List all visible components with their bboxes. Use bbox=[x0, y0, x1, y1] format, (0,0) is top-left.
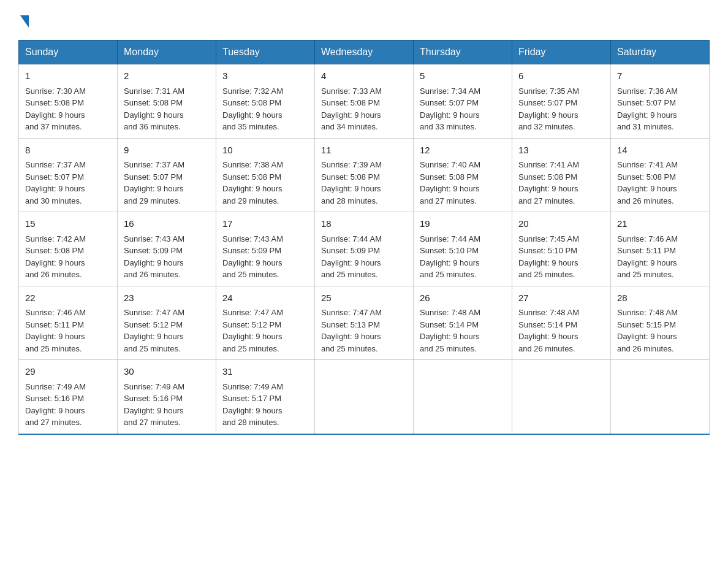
calendar-cell: 21Sunrise: 7:46 AMSunset: 5:11 PMDayligh… bbox=[611, 212, 710, 286]
header-wednesday: Wednesday bbox=[315, 40, 414, 64]
day-info: Sunrise: 7:49 AMSunset: 5:17 PMDaylight:… bbox=[222, 381, 308, 429]
day-number: 30 bbox=[124, 365, 210, 379]
calendar-header-row: SundayMondayTuesdayWednesdayThursdayFrid… bbox=[19, 40, 710, 64]
day-number: 21 bbox=[617, 217, 703, 231]
day-info: Sunrise: 7:39 AMSunset: 5:08 PMDaylight:… bbox=[321, 159, 407, 207]
calendar-cell bbox=[512, 360, 611, 434]
day-info: Sunrise: 7:42 AMSunset: 5:08 PMDaylight:… bbox=[25, 233, 111, 281]
calendar-cell: 20Sunrise: 7:45 AMSunset: 5:10 PMDayligh… bbox=[512, 212, 611, 286]
day-number: 23 bbox=[124, 291, 210, 305]
week-row-4: 22Sunrise: 7:46 AMSunset: 5:11 PMDayligh… bbox=[19, 286, 710, 360]
day-info: Sunrise: 7:33 AMSunset: 5:08 PMDaylight:… bbox=[321, 85, 407, 133]
day-number: 8 bbox=[25, 144, 111, 158]
calendar-cell: 1Sunrise: 7:30 AMSunset: 5:08 PMDaylight… bbox=[19, 64, 118, 139]
day-info: Sunrise: 7:30 AMSunset: 5:08 PMDaylight:… bbox=[25, 85, 111, 133]
header-monday: Monday bbox=[118, 40, 216, 64]
logo-arrow-icon bbox=[20, 15, 29, 28]
day-number: 9 bbox=[124, 144, 210, 158]
day-info: Sunrise: 7:37 AMSunset: 5:07 PMDaylight:… bbox=[25, 159, 111, 207]
calendar-cell: 7Sunrise: 7:36 AMSunset: 5:07 PMDaylight… bbox=[611, 64, 710, 139]
calendar-cell: 13Sunrise: 7:41 AMSunset: 5:08 PMDayligh… bbox=[512, 138, 611, 212]
day-number: 7 bbox=[617, 69, 703, 83]
calendar-cell: 11Sunrise: 7:39 AMSunset: 5:08 PMDayligh… bbox=[315, 138, 414, 212]
day-info: Sunrise: 7:35 AMSunset: 5:07 PMDaylight:… bbox=[518, 85, 604, 133]
calendar-cell: 3Sunrise: 7:32 AMSunset: 5:08 PMDaylight… bbox=[216, 64, 315, 139]
week-row-2: 8Sunrise: 7:37 AMSunset: 5:07 PMDaylight… bbox=[19, 138, 710, 212]
week-row-3: 15Sunrise: 7:42 AMSunset: 5:08 PMDayligh… bbox=[19, 212, 710, 286]
day-number: 3 bbox=[222, 69, 308, 83]
calendar-cell: 25Sunrise: 7:47 AMSunset: 5:13 PMDayligh… bbox=[315, 286, 414, 360]
day-info: Sunrise: 7:41 AMSunset: 5:08 PMDaylight:… bbox=[518, 159, 604, 207]
day-info: Sunrise: 7:34 AMSunset: 5:07 PMDaylight:… bbox=[420, 85, 506, 133]
day-number: 6 bbox=[518, 69, 604, 83]
calendar-table: SundayMondayTuesdayWednesdayThursdayFrid… bbox=[18, 40, 710, 435]
day-info: Sunrise: 7:47 AMSunset: 5:13 PMDaylight:… bbox=[321, 307, 407, 354]
day-info: Sunrise: 7:40 AMSunset: 5:08 PMDaylight:… bbox=[420, 159, 506, 207]
day-number: 12 bbox=[420, 144, 506, 158]
day-number: 25 bbox=[321, 291, 407, 305]
day-number: 27 bbox=[518, 291, 604, 305]
day-info: Sunrise: 7:47 AMSunset: 5:12 PMDaylight:… bbox=[222, 307, 308, 354]
day-number: 17 bbox=[222, 217, 308, 231]
day-info: Sunrise: 7:44 AMSunset: 5:09 PMDaylight:… bbox=[321, 233, 407, 281]
calendar-cell: 31Sunrise: 7:49 AMSunset: 5:17 PMDayligh… bbox=[216, 360, 315, 434]
calendar-cell: 4Sunrise: 7:33 AMSunset: 5:08 PMDaylight… bbox=[315, 64, 414, 139]
header-friday: Friday bbox=[512, 40, 611, 64]
week-row-5: 29Sunrise: 7:49 AMSunset: 5:16 PMDayligh… bbox=[19, 360, 710, 434]
day-number: 28 bbox=[617, 291, 703, 305]
day-info: Sunrise: 7:31 AMSunset: 5:08 PMDaylight:… bbox=[124, 85, 210, 133]
day-number: 26 bbox=[420, 291, 506, 305]
calendar-cell: 9Sunrise: 7:37 AMSunset: 5:07 PMDaylight… bbox=[118, 138, 216, 212]
header-saturday: Saturday bbox=[611, 40, 710, 64]
calendar-cell: 28Sunrise: 7:48 AMSunset: 5:15 PMDayligh… bbox=[611, 286, 710, 360]
header-tuesday: Tuesday bbox=[216, 40, 315, 64]
day-info: Sunrise: 7:45 AMSunset: 5:10 PMDaylight:… bbox=[518, 233, 604, 281]
day-info: Sunrise: 7:46 AMSunset: 5:11 PMDaylight:… bbox=[617, 233, 703, 281]
calendar-cell: 14Sunrise: 7:41 AMSunset: 5:08 PMDayligh… bbox=[611, 138, 710, 212]
day-info: Sunrise: 7:43 AMSunset: 5:09 PMDaylight:… bbox=[222, 233, 308, 281]
day-info: Sunrise: 7:49 AMSunset: 5:16 PMDaylight:… bbox=[124, 381, 210, 429]
calendar-cell: 19Sunrise: 7:44 AMSunset: 5:10 PMDayligh… bbox=[414, 212, 512, 286]
calendar-cell: 18Sunrise: 7:44 AMSunset: 5:09 PMDayligh… bbox=[315, 212, 414, 286]
header-sunday: Sunday bbox=[19, 40, 118, 64]
header-thursday: Thursday bbox=[414, 40, 512, 64]
week-row-1: 1Sunrise: 7:30 AMSunset: 5:08 PMDaylight… bbox=[19, 64, 710, 139]
day-number: 20 bbox=[518, 217, 604, 231]
day-info: Sunrise: 7:48 AMSunset: 5:14 PMDaylight:… bbox=[420, 307, 506, 354]
day-info: Sunrise: 7:48 AMSunset: 5:15 PMDaylight:… bbox=[617, 307, 703, 354]
day-number: 13 bbox=[518, 144, 604, 158]
calendar-cell: 2Sunrise: 7:31 AMSunset: 5:08 PMDaylight… bbox=[118, 64, 216, 139]
calendar-cell: 16Sunrise: 7:43 AMSunset: 5:09 PMDayligh… bbox=[118, 212, 216, 286]
calendar-cell: 29Sunrise: 7:49 AMSunset: 5:16 PMDayligh… bbox=[19, 360, 118, 434]
day-number: 1 bbox=[25, 69, 111, 83]
calendar-cell: 10Sunrise: 7:38 AMSunset: 5:08 PMDayligh… bbox=[216, 138, 315, 212]
calendar-cell: 8Sunrise: 7:37 AMSunset: 5:07 PMDaylight… bbox=[19, 138, 118, 212]
day-number: 22 bbox=[25, 291, 111, 305]
day-number: 29 bbox=[25, 365, 111, 379]
day-number: 31 bbox=[222, 365, 308, 379]
day-number: 11 bbox=[321, 144, 407, 158]
calendar-cell: 27Sunrise: 7:48 AMSunset: 5:14 PMDayligh… bbox=[512, 286, 611, 360]
calendar-cell: 5Sunrise: 7:34 AMSunset: 5:07 PMDaylight… bbox=[414, 64, 512, 139]
calendar-cell bbox=[611, 360, 710, 434]
calendar-cell: 26Sunrise: 7:48 AMSunset: 5:14 PMDayligh… bbox=[414, 286, 512, 360]
calendar-cell bbox=[315, 360, 414, 434]
day-info: Sunrise: 7:41 AMSunset: 5:08 PMDaylight:… bbox=[617, 159, 703, 207]
day-info: Sunrise: 7:49 AMSunset: 5:16 PMDaylight:… bbox=[25, 381, 111, 429]
day-number: 5 bbox=[420, 69, 506, 83]
day-info: Sunrise: 7:46 AMSunset: 5:11 PMDaylight:… bbox=[25, 307, 111, 354]
calendar-cell: 6Sunrise: 7:35 AMSunset: 5:07 PMDaylight… bbox=[512, 64, 611, 139]
calendar-cell: 24Sunrise: 7:47 AMSunset: 5:12 PMDayligh… bbox=[216, 286, 315, 360]
day-number: 10 bbox=[222, 144, 308, 158]
day-info: Sunrise: 7:43 AMSunset: 5:09 PMDaylight:… bbox=[124, 233, 210, 281]
day-number: 15 bbox=[25, 217, 111, 231]
calendar-cell: 30Sunrise: 7:49 AMSunset: 5:16 PMDayligh… bbox=[118, 360, 216, 434]
day-number: 4 bbox=[321, 69, 407, 83]
calendar-cell: 15Sunrise: 7:42 AMSunset: 5:08 PMDayligh… bbox=[19, 212, 118, 286]
day-info: Sunrise: 7:36 AMSunset: 5:07 PMDaylight:… bbox=[617, 85, 703, 133]
calendar-cell: 12Sunrise: 7:40 AMSunset: 5:08 PMDayligh… bbox=[414, 138, 512, 212]
day-number: 18 bbox=[321, 217, 407, 231]
day-info: Sunrise: 7:37 AMSunset: 5:07 PMDaylight:… bbox=[124, 159, 210, 207]
day-number: 16 bbox=[124, 217, 210, 231]
day-number: 24 bbox=[222, 291, 308, 305]
